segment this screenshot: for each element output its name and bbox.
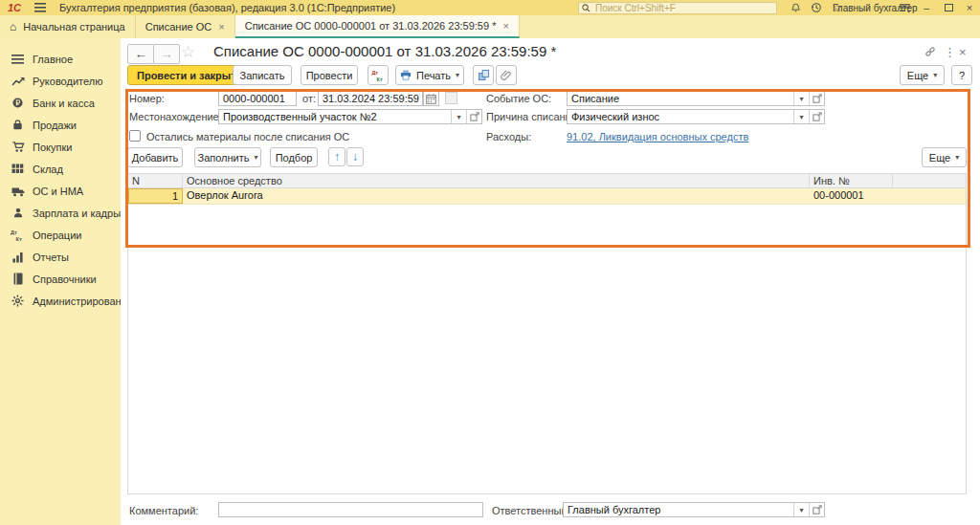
sidebar-item-prodazhi[interactable]: Продажи: [0, 114, 121, 136]
post-button[interactable]: Провести: [301, 65, 358, 85]
document-form: ← → ☆ Списание ОС 0000-000001 от 31.03.2…: [121, 38, 980, 525]
sidebar-item-label: Отчеты: [33, 252, 69, 263]
trend-icon: [11, 75, 25, 88]
tab-label: Начальная страница: [23, 21, 124, 33]
svg-text:Кт: Кт: [16, 236, 22, 242]
comment-input[interactable]: [218, 502, 483, 517]
sidebar-item-os-i-nma[interactable]: ОС и НМА: [0, 180, 121, 202]
history-icon[interactable]: [810, 1, 823, 14]
responsible-combo[interactable]: Главный бухгалтер ▾: [563, 502, 825, 517]
add-row-button[interactable]: Добавить: [127, 147, 183, 167]
link-icon[interactable]: [924, 46, 937, 57]
expenses-account-link[interactable]: 91.02, Ликвидация основных средств: [567, 131, 748, 142]
combo-open-icon[interactable]: [809, 110, 824, 123]
sidebar-item-label: Операции: [33, 230, 81, 241]
more-dots-icon[interactable]: ⋮: [944, 45, 956, 59]
combo-open-icon[interactable]: [809, 503, 824, 516]
sidebar-item-bank-i-kassa[interactable]: Банк и касса: [0, 92, 121, 114]
sidebar-item-label: Руководителю: [33, 76, 102, 87]
favorite-star-icon[interactable]: ☆: [181, 42, 195, 62]
row-number-cell[interactable]: 1: [128, 188, 183, 204]
back-button[interactable]: ←: [127, 44, 154, 64]
forward-button[interactable]: →: [153, 44, 180, 64]
column-header-n[interactable]: N: [128, 174, 183, 187]
sidebar-item-operacii[interactable]: ДтКт Операции: [0, 224, 121, 246]
form-more-button[interactable]: Еще ▾: [900, 65, 945, 85]
coin-icon: [11, 97, 25, 110]
close-icon[interactable]: ×: [962, 1, 977, 14]
paperclip-icon: [501, 69, 512, 81]
caret-down-icon: ▾: [955, 153, 959, 162]
column-header-asset[interactable]: Основное средство: [183, 174, 810, 187]
service-menu-icon[interactable]: [898, 1, 911, 14]
dtkt-button[interactable]: ДтКт: [368, 65, 389, 85]
home-icon: ⌂: [10, 20, 16, 33]
move-down-button[interactable]: ↓: [346, 147, 364, 166]
caret-down-icon[interactable]: ▾: [793, 503, 809, 516]
move-up-button[interactable]: ↑: [328, 147, 345, 166]
sidebar-item-glavnoe[interactable]: Главное: [0, 48, 121, 70]
tab-home[interactable]: ⌂ Начальная страница: [0, 15, 136, 38]
search-icon: [582, 4, 590, 12]
materials-left-label: Остались материалы после списания ОС: [146, 131, 349, 142]
1c-logo: 1С: [8, 2, 21, 13]
sidebar-item-pokupki[interactable]: Покупки: [0, 136, 121, 158]
search-input[interactable]: [593, 2, 773, 14]
set-time-button[interactable]: [445, 92, 457, 104]
sidebar-item-otchety[interactable]: Отчеты: [0, 246, 121, 268]
date-field[interactable]: 31.03.2024 23:59:59: [318, 91, 423, 106]
tab-spisanie-os-document[interactable]: Списание ОС 0000-000001 от 31.03.2026 23…: [235, 15, 520, 38]
save-button[interactable]: Записать: [233, 65, 292, 85]
minimize-icon[interactable]: –: [919, 1, 934, 14]
button-label: Подбор: [276, 152, 313, 164]
sidebar-item-administrirovanie[interactable]: Администрирование: [0, 290, 121, 312]
fill-button[interactable]: Заполнить ▾: [194, 147, 261, 167]
combo-open-icon[interactable]: [466, 110, 481, 123]
application-window: 1С Бухгалтерия предприятия (базовая), ре…: [0, 0, 980, 525]
close-tab-icon[interactable]: ×: [218, 21, 224, 33]
sidebar-item-sklad[interactable]: Склад: [0, 158, 121, 180]
person-icon: [11, 207, 25, 220]
combo-value: Главный бухгалтер: [564, 503, 793, 516]
reason-combo[interactable]: Физический износ ▾: [567, 109, 825, 124]
caret-down-icon[interactable]: ▾: [793, 110, 809, 123]
paperclip-button[interactable]: [496, 65, 517, 85]
move-up-icon: ↑: [334, 150, 340, 164]
pick-button[interactable]: Подбор: [270, 147, 318, 167]
responsible-label: Ответственный:: [492, 505, 570, 516]
combo-value: Производственный участок №2: [219, 110, 451, 123]
combo-open-icon[interactable]: [809, 92, 824, 105]
maximize-icon[interactable]: [941, 1, 956, 14]
sidebar-item-label: Администрирование: [33, 295, 133, 307]
sidebar-item-rukovoditelyu[interactable]: Руководителю: [0, 70, 121, 92]
caret-down-icon[interactable]: ▾: [451, 110, 466, 123]
bell-icon[interactable]: [789, 1, 802, 14]
caret-down-icon[interactable]: ▾: [793, 92, 809, 105]
calendar-button[interactable]: [423, 91, 439, 106]
number-field[interactable]: 0000-000001: [218, 91, 297, 106]
sidebar-item-spravochniki[interactable]: Справочники: [0, 268, 121, 290]
close-tab-icon[interactable]: ×: [502, 20, 508, 32]
column-header-inv[interactable]: Инв. №: [810, 174, 893, 187]
related-docs-button[interactable]: [473, 65, 494, 85]
help-button[interactable]: ?: [951, 65, 972, 85]
button-label: ?: [959, 70, 965, 81]
asset-cell[interactable]: Оверлок Aurora: [183, 188, 810, 204]
global-search[interactable]: [578, 2, 777, 14]
table-more-button[interactable]: Еще ▾: [922, 147, 967, 167]
truck-icon: [11, 185, 25, 198]
calendar-icon: [426, 94, 436, 104]
event-combo[interactable]: Списание ▾: [567, 91, 825, 106]
table-header: N Основное средство Инв. №: [128, 173, 966, 188]
caret-down-icon: ▾: [255, 153, 258, 162]
book-icon: [11, 273, 25, 286]
close-form-icon[interactable]: ×: [959, 45, 967, 59]
tab-spisanie-os-list[interactable]: Списание ОС ×: [136, 15, 235, 38]
table-row[interactable]: 1 Оверлок Aurora 00-000001: [128, 188, 966, 205]
print-button[interactable]: Печать ▾: [395, 65, 464, 85]
sidebar-item-zarplata-i-kadry[interactable]: Зарплата и кадры: [0, 202, 121, 224]
location-combo[interactable]: Производственный участок №2 ▾: [218, 109, 482, 124]
inv-number-cell[interactable]: 00-000001: [810, 188, 893, 204]
materials-left-checkbox[interactable]: [129, 130, 141, 142]
main-menu-icon[interactable]: [34, 3, 46, 12]
